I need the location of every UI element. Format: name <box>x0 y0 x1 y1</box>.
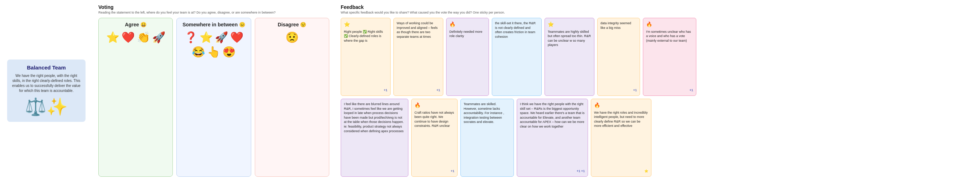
balanced-team-card: Balanced Team We have the right people, … <box>7 59 86 122</box>
card7-text: I'm sometimes unclear who has a voice an… <box>646 30 693 43</box>
somewhere-column: Somewhere in between 😐 ❓ ⭐ 🚀 ❤️ 😂 👆 😍 <box>177 18 251 177</box>
card11-text: I think we have the right people with th… <box>520 102 585 129</box>
feedback-card-7: 🔥 I'm sometimes unclear who has a voice … <box>643 18 696 96</box>
sticker-love: 😍 <box>223 46 235 58</box>
feedback-title: Feedback <box>341 4 974 10</box>
card12-vote: ⭐ <box>594 169 648 173</box>
card12-fire-icon: 🔥 <box>594 102 648 109</box>
card3-fire-icon: 🔥 <box>449 21 486 28</box>
card3-text: Definitely needed more role clarity <box>449 30 486 38</box>
feedback-card-2: Ways of working could be improved and al… <box>393 18 443 96</box>
card8-text: I feel like there are blurred lines arou… <box>344 102 405 133</box>
card9-vote: +1 <box>414 169 454 173</box>
card1-vote: +1 <box>344 88 387 93</box>
sticker-clap: 👏 <box>137 31 150 43</box>
feedback-card-8: I feel like there are blurred lines arou… <box>341 99 408 177</box>
feedback-row-1: ⭐ Right people ✅ Right skills ✅ Clearly-… <box>341 18 974 96</box>
feedback-card-6: data integrity seemed like a big miss +1 <box>597 18 640 96</box>
card9-text: Craft ratios have not always been quite … <box>414 110 454 128</box>
balanced-team-title: Balanced Team <box>12 65 81 71</box>
sticker-star-2: ⭐ <box>200 31 213 43</box>
sticker-heart: ❤️ <box>121 31 135 43</box>
sticker-sad: 😟 <box>285 31 299 43</box>
card5-text: Teammates are highly skilled but often s… <box>548 30 591 48</box>
feedback-card-3: 🔥 Definitely needed more role clarity <box>446 18 489 96</box>
feedback-row-2: I feel like there are blurred lines arou… <box>341 99 974 177</box>
voting-columns: Agree 😀 ⭐ ❤️ 👏 🚀 Somewhere in between 😐 … <box>99 18 329 177</box>
card12-text: We have the right roles and incredibly i… <box>594 110 648 128</box>
feedback-card-11: I think we have the right people with th… <box>517 99 588 177</box>
agree-column: Agree 😀 ⭐ ❤️ 👏 🚀 <box>99 18 173 177</box>
feedback-card-5: ⭐ Teammates are highly skilled but often… <box>544 18 594 96</box>
somewhere-column-title: Somewhere in between 😐 <box>183 22 245 27</box>
sticker-rocket-2: 🚀 <box>215 31 228 43</box>
card6-vote: +1 <box>600 88 637 93</box>
left-panel: Balanced Team We have the right people, … <box>0 0 93 181</box>
feedback-card-12: 🔥 We have the right roles and incredibly… <box>591 99 651 177</box>
card2-text: Ways of working could be improved and al… <box>397 21 440 39</box>
sticker-star: ⭐ <box>106 31 119 43</box>
voting-title: Voting <box>99 4 329 10</box>
card9-fire-icon: 🔥 <box>414 102 454 109</box>
sticker-point: 👆 <box>207 46 220 58</box>
card11-vote: +1 +1 <box>520 169 585 173</box>
feedback-rows: ⭐ Right people ✅ Right skills ✅ Clearly-… <box>341 18 974 177</box>
feedback-card-10: Teammates are skilled. However, sometime… <box>460 99 514 177</box>
sticker-question: ❓ <box>184 31 197 43</box>
card1-icon: ⭐ <box>344 21 387 28</box>
disagree-column-title: Disagree 😟 <box>278 22 306 27</box>
card10-text: Teammates are skilled. However, sometime… <box>464 102 511 124</box>
sticker-laugh: 😂 <box>192 46 205 58</box>
scales-icon: ⚖️✨ <box>12 97 81 117</box>
card7-vote: +1 <box>646 88 693 93</box>
disagree-stickers: 😟 <box>259 31 325 43</box>
card5-star-icon: ⭐ <box>548 21 591 28</box>
sticker-rocket: 🚀 <box>152 31 165 43</box>
card4-text: the skill-set it there, the R&R is not c… <box>495 21 538 39</box>
voting-subtitle: Reading the statement to the left, where… <box>99 11 329 14</box>
disagree-column: Disagree 😟 😟 <box>255 18 329 177</box>
feedback-card-9: 🔥 Craft ratios have not always been quit… <box>411 99 458 177</box>
agree-column-title: Agree 😀 <box>125 22 146 27</box>
card1-text: Right people ✅ Right skills ✅ Clearly-de… <box>344 30 387 43</box>
agree-stickers: ⭐ ❤️ 👏 🚀 <box>102 31 169 43</box>
card7-fire-icon: 🔥 <box>646 21 693 28</box>
feedback-card-4: the skill-set it there, the R&R is not c… <box>492 18 542 96</box>
sticker-heart-2: ❤️ <box>230 31 243 43</box>
card6-text: data integrity seemed like a big miss <box>600 21 637 30</box>
somewhere-stickers: ❓ ⭐ 🚀 ❤️ 😂 👆 😍 <box>180 31 247 58</box>
feedback-card-1: ⭐ Right people ✅ Right skills ✅ Clearly-… <box>341 18 391 96</box>
balanced-team-description: We have the right people, with the right… <box>12 73 81 93</box>
voting-panel: Voting Reading the statement to the left… <box>93 0 335 181</box>
card2-vote: +1 <box>397 88 440 93</box>
feedback-subtitle: What specific feedback would you like to… <box>341 11 974 14</box>
feedback-panel: Feedback What specific feedback would yo… <box>335 0 980 181</box>
